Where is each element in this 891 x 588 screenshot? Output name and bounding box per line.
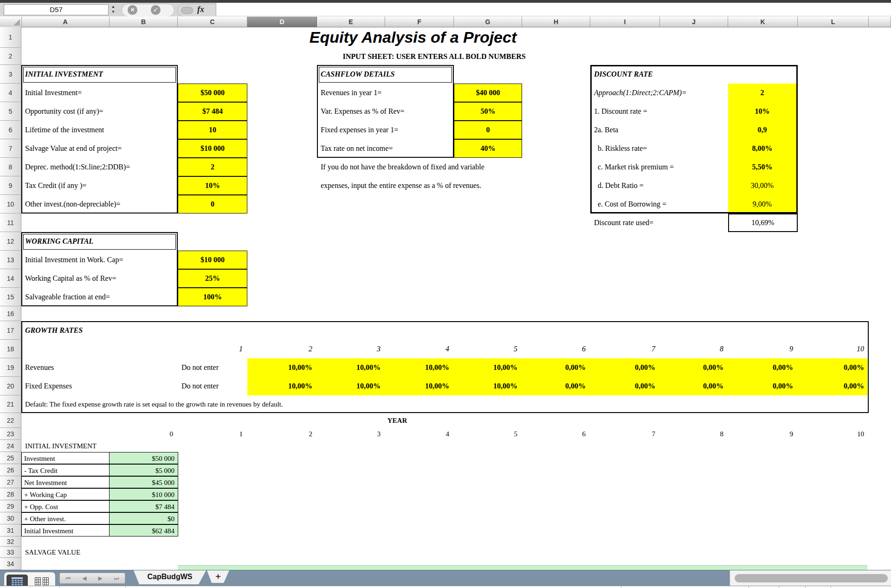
input-cell[interactable]: $10 000: [178, 251, 247, 269]
summary-label[interactable]: + Other invest.: [21, 512, 110, 524]
input-cell[interactable]: 0,9: [728, 121, 796, 139]
growth-value-fixed-expenses-year-3[interactable]: 10,00%: [317, 377, 385, 395]
cell-label[interactable]: Revenues in year 1=: [321, 84, 381, 102]
summary-value[interactable]: $5 000: [109, 464, 178, 476]
growth-value-fixed-expenses-year-10[interactable]: 0,00%: [798, 377, 869, 395]
input-cell[interactable]: 9,00%: [728, 195, 796, 213]
input-cell[interactable]: $7 484: [178, 102, 247, 121]
growth-year-header-6[interactable]: 6: [522, 340, 590, 358]
growth-year-header-10[interactable]: 10: [798, 340, 869, 358]
input-cell[interactable]: 40%: [454, 139, 522, 158]
growth-value-fixed-expenses-year-2[interactable]: 10,00%: [247, 377, 317, 395]
cell-label[interactable]: e. Cost of Borrowing =: [598, 195, 666, 213]
input-cell[interactable]: 10%: [178, 176, 247, 195]
input-cell[interactable]: 30,00%: [728, 176, 796, 195]
input-cell[interactable]: 0: [178, 195, 247, 213]
cell-label[interactable]: Initial Investment in Work. Cap=: [25, 251, 123, 269]
input-cell[interactable]: $40 000: [454, 84, 522, 102]
growth-value-revenues-year-4[interactable]: 10,00%: [385, 358, 454, 377]
growth-value-fixed-expenses-year-5[interactable]: 10,00%: [454, 377, 522, 395]
summary-label[interactable]: + Opp. Cost: [21, 500, 110, 512]
summary-value[interactable]: $7 484: [109, 500, 178, 512]
input-cell[interactable]: $10 000: [178, 139, 247, 158]
summary-value[interactable]: $0: [109, 512, 178, 524]
summary-value[interactable]: $50 000: [109, 452, 178, 464]
summary-value[interactable]: $10 000: [109, 488, 178, 500]
growth-value-fixed-expenses-year-7[interactable]: 0,00%: [590, 377, 660, 395]
growth-year-header-4[interactable]: 4: [385, 340, 454, 358]
input-cell[interactable]: 50%: [454, 102, 522, 121]
input-cell[interactable]: 2: [178, 158, 247, 176]
year-number-3[interactable]: 3: [317, 428, 385, 440]
cell-label[interactable]: Opportunity cost (if any)=: [25, 102, 103, 121]
growth-year-header-7[interactable]: 7: [590, 340, 660, 358]
input-cell[interactable]: 8,00%: [728, 139, 796, 158]
horizontal-scrollbar[interactable]: [730, 570, 891, 586]
summary-label[interactable]: + Working Cap: [21, 488, 110, 500]
input-cell[interactable]: 2: [728, 84, 796, 102]
growth-value-fixed-expenses-year-6[interactable]: 0,00%: [522, 377, 590, 395]
cell-label[interactable]: Var. Expenses as % of Rev=: [321, 102, 405, 121]
tab-scroll-last-icon[interactable]: ⏭: [114, 574, 119, 583]
summary-label[interactable]: Investment: [21, 452, 110, 464]
cell-label[interactable]: 2a. Beta: [594, 121, 618, 139]
cell-label[interactable]: Fixed expenses in year 1=: [321, 121, 398, 139]
year-number-7[interactable]: 7: [590, 428, 660, 440]
input-cell[interactable]: $50 000: [178, 84, 247, 102]
summary-value[interactable]: $45 000: [109, 476, 178, 488]
sheet-tab-capbudgws[interactable]: CapBudgWS: [134, 570, 206, 584]
growth-year-header-3[interactable]: 3: [317, 340, 385, 358]
growth-value-fixed-expenses-year-4[interactable]: 10,00%: [385, 377, 454, 395]
growth-value-revenues-year-9[interactable]: 0,00%: [728, 358, 798, 377]
growth-value-revenues-year-7[interactable]: 0,00%: [590, 358, 660, 377]
year-number-10[interactable]: 10: [798, 428, 869, 440]
cell-label[interactable]: Other invest.(non-depreciable)=: [25, 195, 120, 213]
do-not-enter-note[interactable]: Do not enter: [181, 377, 219, 395]
growth-value-revenues-year-5[interactable]: 10,00%: [454, 358, 522, 377]
input-cell[interactable]: 5,50%: [728, 158, 796, 176]
growth-year-header-2[interactable]: 2: [247, 340, 317, 358]
growth-value-revenues-year-8[interactable]: 0,00%: [660, 358, 728, 377]
cell-label[interactable]: 1. Discount rate =: [594, 102, 647, 121]
cell-label[interactable]: Tax rate on net income=: [321, 139, 393, 158]
cell-label[interactable]: Initial Investment=: [25, 84, 82, 102]
summary-label[interactable]: - Tax Credit: [21, 464, 110, 476]
growth-value-revenues-year-2[interactable]: 10,00%: [247, 358, 317, 377]
input-cell[interactable]: 25%: [178, 269, 247, 288]
cell-label[interactable]: Lifetime of the investment: [25, 121, 104, 139]
add-sheet-tab[interactable]: +: [207, 570, 229, 583]
year-number-5[interactable]: 5: [454, 428, 522, 440]
growth-year-header-8[interactable]: 8: [660, 340, 728, 358]
cell-label[interactable]: Deprec. method(1:St.line;2:DDB)=: [25, 158, 130, 176]
summary-value[interactable]: $62 484: [109, 524, 178, 536]
growth-year-header-1[interactable]: 1: [178, 340, 247, 358]
year-number-9[interactable]: 9: [728, 428, 798, 440]
input-cell[interactable]: 10%: [728, 102, 796, 121]
year-number-6[interactable]: 6: [522, 428, 590, 440]
discount-rate-used-cell[interactable]: 10,69%: [728, 213, 798, 232]
cell-label[interactable]: b. Riskless rate=: [598, 139, 647, 158]
summary-label[interactable]: Net Investment: [21, 476, 110, 488]
summary-label[interactable]: Initial Investment: [21, 524, 110, 536]
growth-value-revenues-year-10[interactable]: 0,00%: [798, 358, 869, 377]
year-number-8[interactable]: 8: [660, 428, 728, 440]
cell-label[interactable]: d. Debt Ratio =: [598, 176, 644, 195]
growth-value-revenues-year-6[interactable]: 0,00%: [522, 358, 590, 377]
cell-label[interactable]: Salvageable fraction at end=: [25, 288, 110, 306]
growth-value-revenues-year-3[interactable]: 10,00%: [317, 358, 385, 377]
do-not-enter-note[interactable]: Do not enter: [181, 358, 219, 377]
growth-value-fixed-expenses-year-8[interactable]: 0,00%: [660, 377, 728, 395]
horizontal-scrollbar-thumb[interactable]: [735, 574, 888, 582]
year-number-4[interactable]: 4: [385, 428, 454, 440]
cell-label[interactable]: Fixed Expenses: [25, 377, 72, 395]
growth-value-fixed-expenses-year-9[interactable]: 0,00%: [728, 377, 798, 395]
input-cell[interactable]: 10: [178, 121, 247, 139]
discount-rate-used-label[interactable]: Discount rate used=: [594, 213, 653, 232]
tab-scroll-first-icon[interactable]: ⏮: [65, 574, 71, 583]
year-number-2[interactable]: 2: [247, 428, 317, 440]
year-number-1[interactable]: 1: [178, 428, 247, 440]
cell-label[interactable]: Tax Credit (if any )=: [25, 176, 86, 195]
tab-scroll-next-icon[interactable]: ▶: [98, 574, 102, 583]
tab-scroll-prev-icon[interactable]: ◀: [82, 574, 86, 583]
growth-year-header-9[interactable]: 9: [728, 340, 798, 358]
